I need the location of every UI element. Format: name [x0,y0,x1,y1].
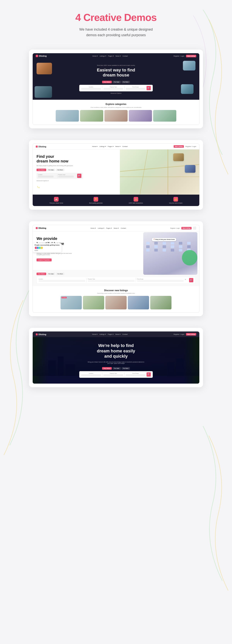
demo4-hero-sub: Bring your dream home to life with one-o… [87,361,145,364]
tab-any-status-4[interactable]: Any Status [102,367,112,370]
search-button-2[interactable]: 🔍 [77,174,81,178]
house-img-4 [181,84,194,94]
tab-for-sale-2[interactable]: For Sale [47,169,55,171]
demo4-nav-links: Home ▾ Listings ▾ Pages ▾ News ▾ Contact [92,334,128,335]
demo-card-2: Dlisting Home ▾ Listings ▾ Pages ▾ News … [29,140,203,210]
demo-1-inner: Dlisting Home ▾ Listings ▾ Pages ▾ News … [32,53,200,125]
search-divider-7 [124,372,125,376]
demo1-nav-right: Register / Login New Listing [174,55,196,57]
tab-for-sale-1[interactable]: For Sale [113,81,121,83]
demo4-hero-text: We're help to find dream home easily and… [36,343,196,378]
win-5 [179,242,182,244]
tab-for-sale-4[interactable]: For Sale [113,367,121,370]
demo2-hero-left: Find your dream home now We helps people… [33,150,120,194]
tab-for-rent-2[interactable]: For Rent [56,169,64,171]
price-input-mock-4 [126,374,145,376]
demo1-logo: Dlisting [36,55,47,57]
tab-for-sale-3[interactable]: For Sale [47,273,55,275]
map-pin-img-2 [185,165,196,173]
listing-imgs-3: For Rent [36,296,196,310]
demo4-hero: We're help to find dream home easily and… [33,337,199,384]
search-field-location-3: Location [39,278,85,282]
demo3-logo-icon [36,227,38,229]
map-road-h2 [120,176,199,177]
type-input-mock-3 [88,280,134,282]
demo-2-inner: Dlisting Home ▾ Listings ▾ Pages ▾ News … [32,144,200,206]
tab-any-status-1[interactable]: Any Status [102,81,112,83]
search-field-location-1: Location [81,86,101,90]
win-12 [187,245,191,248]
price-input-mock-3 [137,280,184,282]
house-img-1 [36,63,52,74]
house-img-2 [35,86,52,98]
main-title: 4 Creative Demos [75,12,157,23]
bottom-stat-icon-2: 🏆 [94,197,98,202]
demo3-hero-sub: Dlisting is a real estate solution that … [36,253,75,256]
social-proof-count: 8,810 [35,250,59,251]
demo1-search-bar: Location Property Type Price Range [79,85,153,92]
win-4 [171,242,174,244]
demo3-nav: Dlisting Home ▾ Listings ▾ Pages ▾ News … [33,225,199,232]
tab-any-status-2[interactable]: Any Status [36,169,46,171]
win-7 [146,245,150,248]
bottom-stat-icon-3: 🔒 [134,197,138,202]
demo-3-inner: Dlisting Home ▾ Listings ▾ Pages ▾ News … [32,225,200,313]
search-field-location-4: Location [81,373,101,376]
search-field-price-1: Price Range [126,86,145,90]
demo-card-3: Dlisting Home ▾ Listings ▾ Pages ▾ News … [29,221,203,316]
demo2-bottom-bar: 🏠 Find your dream home 🏆 Best quality gu… [33,194,199,206]
demo1-new-listing-button[interactable]: New Listing [186,55,196,57]
discover-title-3: Discover new listings [36,289,196,292]
pin-badge: 📍 Easy to find your dream home [152,238,176,241]
demo3-hero: We provide beautiful home that suit you … [33,232,199,270]
search-field-price-3: Price Range [137,278,184,282]
search-options-icon-3[interactable]: ✕ [185,279,188,282]
search-button-4[interactable]: 🔍 [147,372,151,376]
demo3-hero-right: 📍 Easy to find your dream home [95,236,196,266]
search-field-type-3: Property Type [88,278,134,282]
demo1-img-left2 [35,86,52,98]
demo1-hero-tag: More than 1000+ house available for sell… [79,65,153,66]
demo2-hero-sub: We helps people to getting home and rent… [36,165,116,166]
win-15 [163,249,166,252]
demo2-new-listing-button[interactable]: New Listing [174,145,184,148]
demo1-search-tabs: Any Status For Sale For Rent [79,81,153,83]
demo3-nav-right: Register / Login New Listing [170,226,196,230]
demo3-hero-left: We provide beautiful home that suit you … [36,236,95,266]
demo3-logo: Dlisting [36,227,46,229]
search-button-3[interactable]: 🔍 [189,278,193,282]
demo3-new-listing-button[interactable]: New Listing [181,227,192,230]
tab-for-rent-1[interactable]: For Rent [122,81,130,83]
type-input-mock-4 [103,374,123,376]
map-pin-1 [173,153,184,161]
house-img-3 [183,61,196,70]
tab-any-status-3[interactable]: Any Status [36,273,46,275]
win-2 [154,242,158,244]
category-imgs-1 [36,110,196,122]
demo2-nav-right: New Listing Register / Login [174,145,196,148]
search-button-1[interactable]: 🔍 [147,86,151,90]
explore-properties-button[interactable]: Explore Properties [36,258,52,262]
demo2-advanced[interactable]: Advanced Options ▾ [36,180,116,182]
search-field-type-2: Property Type [58,174,77,178]
win-14 [154,249,158,252]
demo2-hero: Find your dream home now We helps people… [33,150,199,194]
demo-card-4: Dlisting Home ▾ Listings ▾ Pages ▾ News … [29,328,203,387]
demo3-discover: Discover new listings Searching a best l… [33,286,199,312]
demo4-hero-title: We're help to find dream home easily and… [36,343,196,359]
tab-for-rent-3[interactable]: For Rent [56,273,64,275]
bottom-stat-label-2: Best quality guarantee [89,202,103,204]
demo1-advanced[interactable]: Advanced Options [79,92,153,94]
search-field-location-2: Location [38,174,56,178]
tab-for-rent-4[interactable]: For Rent [122,367,130,370]
demo1-img-left [36,63,52,74]
explore-subtitle-1: Find conditions make better calculations… [36,107,196,108]
listing-img-4 [128,296,149,310]
search-divider-3 [57,174,57,178]
demo3-menu-icon[interactable] [193,226,196,230]
demo1-nav-links: Home ▾ Listings ▾ Pages ▾ News ▾ Contact [92,55,128,57]
demo4-logo: Dlisting [36,333,46,336]
demo4-new-listing-button[interactable]: New Listing [186,333,196,336]
search-divider-4 [86,278,87,282]
listing-img-5 [150,296,172,310]
